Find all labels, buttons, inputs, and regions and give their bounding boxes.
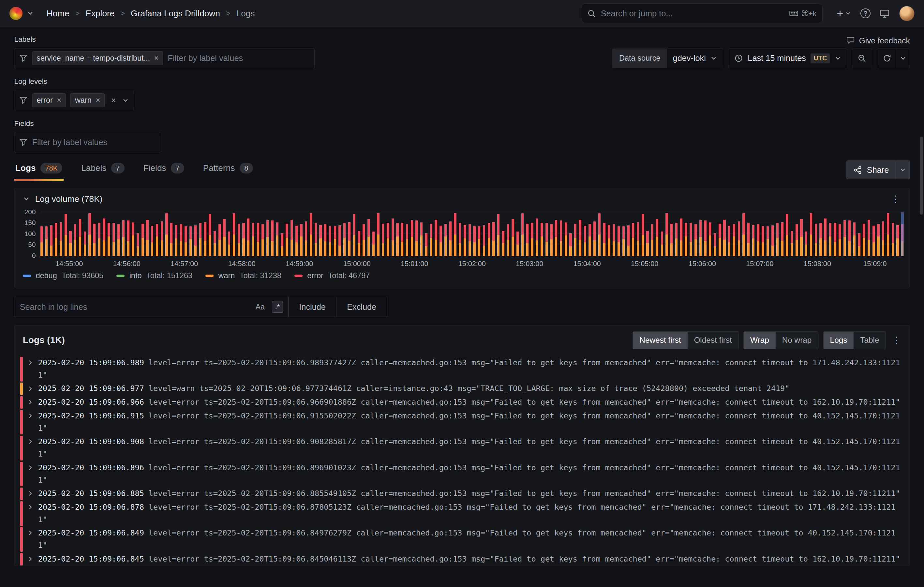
bar-segment-warn	[488, 238, 490, 256]
org-chevron-down-icon[interactable]	[27, 10, 34, 17]
datasource-value[interactable]: gdev-loki	[667, 49, 723, 68]
share-button[interactable]: Share	[846, 160, 910, 179]
bar-segment-warn	[810, 235, 812, 256]
log-levels-filter-box[interactable]: error×warn× ×	[14, 91, 134, 110]
give-feedback-link[interactable]: Give feedback	[846, 36, 910, 45]
panel-menu-icon[interactable]: ⋮	[889, 194, 901, 204]
fields-filter-input[interactable]	[32, 137, 157, 147]
log-level-chip-warn[interactable]: warn×	[71, 93, 105, 107]
bar-segment-error	[887, 213, 889, 234]
bar-segment-error	[598, 213, 601, 234]
chart-bar	[700, 212, 702, 256]
panel-menu-icon[interactable]: ⋮	[891, 336, 903, 345]
log-row[interactable]: 2025-02-20 15:09:06.908 level=error ts=2…	[20, 435, 909, 461]
share-dropdown[interactable]	[895, 161, 909, 179]
log-row[interactable]: 2025-02-20 15:09:06.989 level=error ts=2…	[20, 356, 909, 382]
breadcrumb-item[interactable]: Home	[47, 8, 69, 18]
log-row[interactable]: 2025-02-20 15:09:06.845 level=error ts=2…	[20, 552, 909, 566]
log-row[interactable]: 2025-02-20 15:09:06.915 level=error ts=2…	[20, 409, 909, 435]
chart-bar	[767, 212, 769, 256]
breadcrumb-item[interactable]: Logs	[236, 8, 255, 18]
news-button[interactable]	[879, 8, 890, 18]
tab-patterns[interactable]: Patterns8	[202, 159, 254, 181]
chart-bar	[565, 212, 567, 256]
zoom-out-button[interactable]	[852, 49, 872, 68]
legend-item-warn[interactable]: warnTotal: 31238	[205, 271, 281, 280]
expand-chevron-icon[interactable]	[23, 527, 38, 552]
page-scrollbar-thumb[interactable]	[920, 137, 923, 215]
expand-chevron-icon[interactable]	[23, 501, 38, 526]
log-row[interactable]: 2025-02-20 15:09:06.977 level=warn ts=20…	[20, 382, 909, 396]
chart-bar	[439, 212, 442, 256]
match-case-button[interactable]: Aa	[253, 301, 267, 313]
clear-levels-icon[interactable]: ×	[109, 96, 118, 105]
refresh-button[interactable]	[877, 49, 897, 68]
toggle-no-wrap[interactable]: No wrap	[776, 332, 818, 349]
remove-chip-icon[interactable]: ×	[96, 96, 100, 104]
remove-filter-icon[interactable]: ×	[154, 55, 159, 62]
chart-plot[interactable]	[40, 212, 904, 256]
time-range-button[interactable]: Last 15 minutes UTC	[728, 49, 847, 68]
legend-item-info[interactable]: infoTotal: 151263	[116, 271, 192, 280]
bar-segment-warn	[733, 236, 735, 256]
log-row[interactable]: 2025-02-20 15:09:06.878 level=error ts=2…	[20, 501, 909, 527]
fields-filter-box[interactable]	[14, 133, 162, 152]
toggle-wrap[interactable]: Wrap	[744, 332, 776, 349]
expand-chevron-icon[interactable]	[23, 382, 38, 395]
toggle-newest-first[interactable]: Newest first	[633, 332, 687, 349]
time-range-picker[interactable]: Last 15 minutes UTC	[728, 49, 847, 68]
share-button-main[interactable]: Share	[847, 161, 895, 179]
log-row[interactable]: 2025-02-20 15:09:06.966 level=error ts=2…	[20, 395, 909, 409]
bar-segment-error	[714, 233, 716, 246]
tab-logs[interactable]: Logs78K	[14, 159, 64, 181]
legend-item-debug[interactable]: debugTotal: 93605	[23, 271, 103, 280]
log-line-search-box[interactable]: Aa .*	[14, 297, 289, 317]
remove-chip-icon[interactable]: ×	[57, 96, 61, 104]
tab-labels[interactable]: Labels7	[80, 159, 126, 181]
bar-segment-error	[709, 222, 711, 235]
expand-chevron-icon[interactable]	[23, 488, 38, 500]
chevron-down-icon[interactable]	[122, 97, 129, 104]
expand-chevron-icon[interactable]	[23, 436, 38, 460]
log-row[interactable]: 2025-02-20 15:09:06.885 level=error ts=2…	[20, 487, 909, 501]
log-row[interactable]: 2025-02-20 15:09:06.849 level=error ts=2…	[20, 526, 909, 552]
exclude-button[interactable]: Exclude	[336, 297, 387, 317]
bar-segment-warn	[391, 240, 394, 256]
nav-search-box[interactable]: ⌘+k	[581, 3, 823, 23]
user-avatar[interactable]	[899, 6, 914, 21]
labels-filter-box[interactable]: service_name = tempo-distribut... ×	[14, 49, 315, 68]
log-line-search-input[interactable]	[20, 302, 248, 312]
log-row[interactable]: 2025-02-20 15:09:06.896 level=error ts=2…	[20, 461, 909, 487]
expand-chevron-icon[interactable]	[23, 462, 38, 486]
breadcrumb-item[interactable]: Grafana Logs Drilldown	[131, 8, 220, 18]
regex-button[interactable]: .*	[272, 301, 283, 313]
legend-item-error[interactable]: errorTotal: 46797	[294, 271, 370, 280]
expand-chevron-icon[interactable]	[23, 410, 38, 435]
datasource-picker[interactable]: Data source gdev-loki	[612, 49, 723, 68]
label-values-filter-input[interactable]	[168, 53, 310, 63]
toggle-logs[interactable]: Logs	[823, 332, 854, 349]
global-search-input[interactable]	[601, 9, 785, 18]
bar-segment-warn	[738, 240, 740, 256]
expand-chevron-icon[interactable]	[23, 357, 38, 382]
help-button[interactable]: ?	[860, 8, 871, 18]
toggle-oldest-first[interactable]: Oldest first	[688, 332, 739, 349]
log-level-chip-error[interactable]: error×	[32, 93, 66, 107]
bar-segment-error	[469, 224, 471, 241]
bar-segment-warn	[589, 236, 591, 256]
x-axis-tick-label: 15:06:00	[689, 260, 716, 268]
add-new-button[interactable]: +	[837, 8, 851, 19]
bar-segment-error	[411, 220, 413, 237]
service-name-filter-chip[interactable]: service_name = tempo-distribut... ×	[32, 51, 163, 65]
toggle-table[interactable]: Table	[853, 332, 886, 349]
include-button[interactable]: Include	[288, 297, 337, 317]
grafana-logo[interactable]	[10, 7, 23, 20]
bar-segment-error	[285, 224, 288, 238]
breadcrumb-item[interactable]: Explore	[86, 8, 114, 18]
tab-fields[interactable]: Fields7	[142, 159, 185, 181]
tab-label: Patterns	[203, 163, 235, 173]
expand-chevron-icon[interactable]	[23, 396, 38, 408]
refresh-interval-dropdown[interactable]	[897, 49, 910, 68]
expand-chevron-icon[interactable]	[23, 553, 38, 566]
collapse-chevron-icon[interactable]	[23, 195, 30, 203]
